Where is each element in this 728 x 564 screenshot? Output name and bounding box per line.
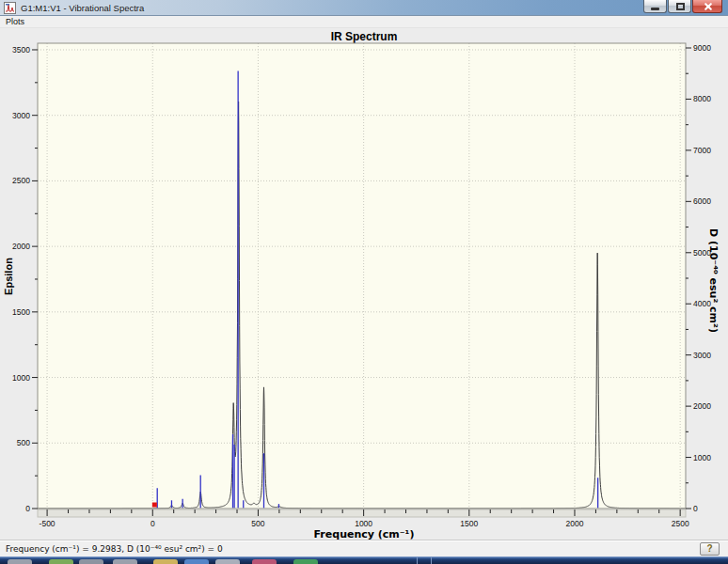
chart-panel: IR Spectrum Epsilon D (10⁻⁴⁰ esu² cm²) F… (0, 28, 728, 540)
tick-label: -500 (40, 519, 55, 528)
window-title: G1:M1:V1 - Vibrational Spectra (21, 3, 144, 13)
taskbar-divider (431, 557, 432, 564)
tick-label: 1000 (355, 519, 372, 528)
windows-taskbar[interactable] (0, 556, 728, 564)
plot-background (38, 43, 686, 509)
minimize-icon (651, 8, 659, 10)
cursor-marker (152, 503, 157, 508)
tick-label: 2000 (693, 401, 711, 411)
window-controls (642, 0, 722, 13)
title-bar[interactable]: G1:M1:V1 - Vibrational Spectra (0, 0, 728, 16)
tick-label: 3000 (12, 111, 30, 120)
tick-label: 9000 (693, 43, 711, 53)
cursor-readout: Frequency (cm⁻¹) = 9.2983, D (10⁻⁴⁰ esu²… (6, 544, 223, 554)
taskbar-divider (417, 557, 418, 564)
menu-plots[interactable]: Plots (0, 16, 30, 28)
tick-label: 1000 (693, 453, 711, 462)
tick-label: 7000 (693, 146, 711, 155)
tick-label: 1500 (12, 307, 30, 317)
tick-label: 500 (251, 519, 264, 528)
tick-label: 6000 (693, 196, 711, 206)
close-button[interactable] (692, 0, 722, 13)
taskbar-app-icon[interactable] (293, 559, 318, 564)
application-window: G1:M1:V1 - Vibrational Spectra Plots IR … (0, 0, 728, 564)
taskbar-app-icon[interactable] (215, 559, 240, 564)
tick-label: 0 (693, 504, 698, 513)
tick-label: 0 (25, 504, 30, 513)
taskbar-app-icon[interactable] (8, 559, 32, 564)
tick-label: 3000 (693, 351, 711, 360)
tick-label: 1000 (12, 373, 30, 383)
taskbar-app-icon[interactable] (113, 559, 137, 564)
maximize-button[interactable] (668, 0, 691, 13)
tick-label: 4000 (693, 299, 711, 308)
x-axis-band (38, 509, 686, 517)
taskbar-app-icon[interactable] (252, 559, 277, 564)
tick-label: 2500 (672, 519, 689, 528)
minimize-button[interactable] (643, 0, 667, 13)
tick-label: 2000 (566, 519, 584, 528)
help-button[interactable]: ? (700, 542, 720, 556)
menu-bar: Plots (0, 16, 728, 28)
tick-label: 500 (17, 438, 30, 447)
tick-label: 1500 (460, 519, 478, 528)
status-bar: Frequency (cm⁻¹) = 9.2983, D (10⁻⁴⁰ esu²… (0, 540, 728, 556)
taskbar-app-icon[interactable] (79, 559, 103, 564)
spectrum-plot-canvas[interactable]: -500050010001500200025000500100015002000… (0, 28, 728, 540)
taskbar-app-icon[interactable] (184, 559, 209, 564)
tick-label: 3500 (12, 45, 30, 55)
taskbar-app-icon[interactable] (49, 559, 73, 564)
tick-label: 5000 (693, 248, 711, 258)
tick-label: 0 (150, 519, 155, 528)
app-icon (4, 2, 16, 14)
taskbar-app-icon[interactable] (153, 559, 178, 564)
tick-label: 8000 (693, 94, 711, 103)
maximize-icon (676, 3, 685, 10)
tick-label: 2000 (12, 242, 30, 251)
tick-label: 2500 (12, 176, 30, 185)
